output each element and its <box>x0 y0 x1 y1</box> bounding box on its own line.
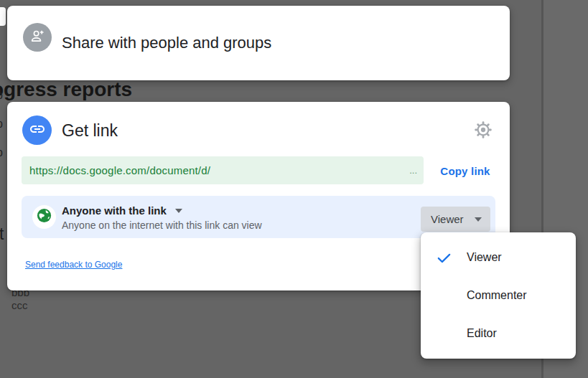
background-document-heading: ogress reports <box>0 77 132 102</box>
role-menu-item-label: Commenter <box>467 289 527 302</box>
person-add-icon <box>29 28 46 47</box>
chevron-down-icon <box>175 209 182 213</box>
screen: ogress reports p p p t bbb ccc Share wit… <box>0 0 588 378</box>
globe-avatar <box>32 205 56 229</box>
audience-description: Anyone on the internet with this link ca… <box>62 219 262 231</box>
background-text-line: ccc <box>11 299 28 311</box>
background-white-fragment <box>0 7 6 26</box>
role-menu-item-editor[interactable]: Editor <box>421 314 576 352</box>
background-text-fragment: p <box>0 118 3 131</box>
globe-icon <box>36 207 52 227</box>
link-truncation-ellipsis: ... <box>409 165 417 176</box>
send-feedback-link[interactable]: Send feedback to Google <box>25 260 122 270</box>
role-menu-item-label: Viewer <box>467 251 502 264</box>
link-icon <box>29 121 46 141</box>
link-settings-button[interactable] <box>470 118 497 145</box>
check-icon <box>421 250 467 266</box>
share-link-url: https://docs.google.com/document/d/ <box>29 164 409 176</box>
get-link-title: Get link <box>62 121 118 141</box>
role-menu-item-commenter[interactable]: Commenter <box>421 277 576 315</box>
role-dropdown-button[interactable]: Viewer <box>421 207 490 232</box>
role-button-label: Viewer <box>431 213 464 225</box>
link-avatar <box>22 115 52 145</box>
share-link-field[interactable]: https://docs.google.com/document/d/ ... <box>22 156 424 184</box>
role-menu: Viewer Commenter Editor <box>421 232 576 359</box>
share-dialog-title: Share with people and groups <box>62 6 271 80</box>
background-text-fragment: p <box>0 89 3 102</box>
gear-icon <box>473 120 493 143</box>
role-menu-item-label: Editor <box>467 327 497 340</box>
chevron-down-icon <box>475 217 482 222</box>
copy-link-button[interactable]: Copy link <box>428 161 503 181</box>
share-people-dialog[interactable]: Share with people and groups <box>7 6 510 80</box>
audience-label: Anyone with the link <box>62 204 167 217</box>
person-add-avatar <box>23 23 52 52</box>
background-text-fragment: t <box>0 225 4 244</box>
role-menu-item-viewer[interactable]: Viewer <box>421 239 576 277</box>
audience-selector[interactable]: Anyone with the link <box>62 204 182 217</box>
background-text-fragment: p <box>0 146 3 159</box>
